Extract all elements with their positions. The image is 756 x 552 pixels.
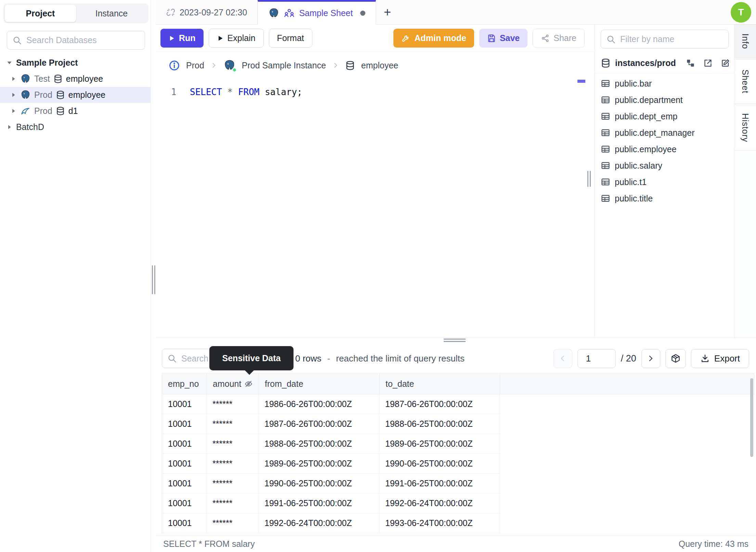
row-count: 0 rows: [295, 353, 322, 364]
table-row[interactable]: 10001 ****** 1992-06-24T00:00:00Z 1993-0…: [162, 513, 500, 533]
prev-page-button[interactable]: [553, 349, 572, 368]
format-button[interactable]: Format: [269, 29, 312, 48]
page-number-input[interactable]: [577, 349, 616, 368]
column-header-from-date[interactable]: from_date: [259, 373, 380, 394]
edit-icon[interactable]: [721, 58, 730, 68]
schema-panel-resize-handle[interactable]: [587, 171, 591, 187]
chevron-right-icon: [10, 76, 17, 82]
database-path-label: instances/prod: [615, 58, 676, 68]
column-header-to-date[interactable]: to_date: [380, 373, 500, 394]
cell-from-date: 1987-06-26T00:00:00Z: [259, 414, 379, 434]
tree-item-prod-d1[interactable]: Prod d1: [0, 103, 151, 119]
table-row[interactable]: 10001 ****** 1989-06-25T00:00:00Z 1990-0…: [162, 454, 500, 474]
data-masking-button[interactable]: [665, 349, 686, 368]
database-actions: [686, 58, 730, 68]
tree-item-sample-project[interactable]: Sample Project: [0, 55, 151, 71]
pagination: / 20 Export: [553, 349, 749, 368]
overview-ruler-mark: [577, 80, 585, 83]
breadcrumb-instance[interactable]: Prod Sample Instance: [242, 61, 326, 70]
chevron-right-icon: [647, 354, 655, 363]
cell-emp-no: 10001: [162, 414, 207, 434]
run-button[interactable]: Run: [160, 29, 204, 48]
tab-sheet-1[interactable]: 2023-09-27 02:30: [156, 0, 258, 25]
filter-by-name-input[interactable]: [601, 30, 729, 49]
table-list-item[interactable]: public.title: [595, 190, 735, 207]
cell-to-date: 1992-06-24T00:00:00Z: [379, 494, 500, 513]
tab-history[interactable]: History: [734, 105, 756, 150]
table-name: public.t1: [615, 177, 647, 187]
table-name: public.salary: [615, 161, 662, 171]
unlink-icon: [166, 8, 175, 17]
table-row[interactable]: 10001 ****** 1990-06-25T00:00:00Z 1991-0…: [162, 474, 500, 494]
tab-project[interactable]: Project: [5, 5, 76, 22]
breadcrumb: Prod Prod Sample Instance employee: [156, 52, 594, 79]
results-panel: Sensitive Data 0 rows - reached the limi…: [156, 338, 756, 552]
search-databases-input[interactable]: [7, 31, 145, 50]
left-sidebar: Project Instance Sample Project Test emp…: [0, 0, 151, 552]
cell-emp-no: 10001: [162, 394, 207, 414]
export-button[interactable]: Export: [691, 349, 749, 368]
cell-emp-no: 10001: [162, 474, 207, 493]
table-icon: [601, 144, 610, 154]
tree-item-test-employee[interactable]: Test employee: [0, 71, 151, 87]
table-icon: [601, 128, 610, 137]
cell-from-date: 1992-06-24T00:00:00Z: [259, 513, 379, 533]
results-table-header: emp_no amount from_date to_date: [162, 373, 754, 394]
table-row[interactable]: 10001 ****** 1988-06-25T00:00:00Z 1989-0…: [162, 434, 500, 454]
tab-sheet-2-active[interactable]: Sample Sheet: [258, 0, 376, 25]
breadcrumb-database[interactable]: employee: [361, 61, 398, 70]
search-icon: [167, 354, 177, 363]
table-list-item[interactable]: public.bar: [595, 75, 735, 92]
tab-instance[interactable]: Instance: [76, 5, 147, 22]
user-avatar[interactable]: T: [731, 2, 751, 23]
executed-query-text: SELECT * FROM salary: [163, 539, 255, 549]
table-list-item[interactable]: public.dept_manager: [595, 124, 735, 141]
table-row[interactable]: 10001 ****** 1991-06-25T00:00:00Z 1992-0…: [162, 494, 500, 513]
table-list-item[interactable]: public.t1: [595, 174, 735, 190]
table-icon: [601, 194, 610, 203]
table-row[interactable]: 10001 ****** 1987-06-26T00:00:00Z 1988-0…: [162, 414, 500, 434]
external-link-icon[interactable]: [703, 58, 713, 68]
column-header-amount[interactable]: amount: [207, 373, 259, 394]
chevron-right-icon: [10, 108, 17, 114]
tab-sheet[interactable]: Sheet: [734, 59, 756, 104]
results-status-bar: SELECT * FROM salary Query time: 43 ms: [156, 536, 756, 552]
info-icon[interactable]: [169, 60, 180, 71]
schema-diagram-icon[interactable]: [686, 58, 695, 68]
sidebar-resize-handle[interactable]: [152, 265, 155, 294]
cell-to-date: 1991-06-25T00:00:00Z: [379, 474, 500, 493]
table-row[interactable]: 10001 ****** 1986-06-26T00:00:00Z 1987-0…: [162, 394, 500, 414]
share-button[interactable]: Share: [533, 29, 585, 48]
query-time-text: Query time: 43 ms: [679, 539, 748, 549]
table-icon: [601, 177, 610, 187]
table-list-item[interactable]: public.salary: [595, 157, 735, 174]
tree-item-batchd[interactable]: BatchD: [0, 119, 151, 135]
results-resize-handle[interactable]: [444, 339, 466, 342]
postgresql-icon: [223, 59, 236, 71]
table-list-item[interactable]: public.employee: [595, 141, 735, 157]
save-button[interactable]: Save: [479, 29, 527, 48]
share-icon: [541, 34, 550, 43]
table-name: public.dept_emp: [615, 111, 677, 121]
column-header-emp-no[interactable]: emp_no: [162, 373, 207, 394]
table-list-item[interactable]: public.dept_emp: [595, 108, 735, 124]
table-list-item[interactable]: public.department: [595, 92, 735, 108]
next-page-button[interactable]: [641, 349, 660, 368]
new-tab-button[interactable]: +: [376, 0, 399, 25]
play-icon: [168, 35, 175, 42]
unsaved-dot-icon: [360, 11, 365, 16]
tree-item-prod-employee[interactable]: Prod employee: [0, 87, 151, 103]
rows-summary: 0 rows - reached the limit of query resu…: [295, 349, 465, 368]
results-vertical-scrollbar[interactable]: [750, 378, 753, 457]
cell-amount: ******: [207, 434, 259, 454]
explain-button[interactable]: Explain: [209, 29, 264, 48]
chevron-right-icon: [6, 124, 13, 130]
admin-mode-button[interactable]: Admin mode: [393, 29, 474, 48]
page-total: / 20: [621, 353, 636, 364]
breadcrumb-environment[interactable]: Prod: [186, 61, 204, 70]
table-icon: [601, 79, 610, 88]
sql-editor[interactable]: 1 SELECT * FROM salary;: [156, 79, 586, 335]
tab-info[interactable]: Info: [734, 25, 756, 58]
project-tree: Sample Project Test employee Prod employ…: [0, 55, 151, 135]
cell-amount: ******: [207, 513, 259, 533]
